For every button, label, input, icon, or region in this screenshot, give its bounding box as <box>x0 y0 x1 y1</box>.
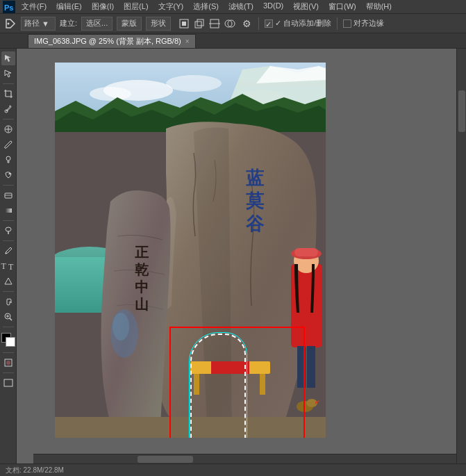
build-label: 建立: <box>60 18 77 28</box>
healing-brush-tool[interactable] <box>1 122 15 136</box>
foreground-background-color[interactable] <box>1 333 15 347</box>
tool-separator <box>3 83 14 84</box>
tool-preset-icon[interactable] <box>4 17 17 30</box>
menu-layer[interactable]: 图层(L) <box>122 1 150 12</box>
vertical-scrollbar[interactable] <box>456 49 466 463</box>
eyedropper-tool[interactable] <box>1 102 15 116</box>
gradient-tool[interactable] <box>1 204 15 218</box>
brush-tool[interactable] <box>1 138 15 151</box>
v-scrollbar-thumb[interactable] <box>458 90 465 132</box>
horizontal-scrollbar[interactable] <box>33 454 466 463</box>
menu-edit[interactable]: 编辑(E) <box>54 1 84 12</box>
separator2 <box>337 17 338 30</box>
toolbox: T T <box>0 49 17 476</box>
quick-mask-tool[interactable] <box>1 356 15 370</box>
svg-line-24 <box>10 318 12 320</box>
status-bar: 文档: 22.8M/22.8M <box>0 463 466 476</box>
gear-icon[interactable]: ⚙ <box>240 17 253 30</box>
tool-separator9 <box>3 372 14 373</box>
photo-canvas: 正 乾 中 山 蓝 莫 谷 <box>55 63 326 438</box>
subtract-paths-icon[interactable] <box>208 17 221 30</box>
region-button[interactable]: 选区... <box>81 17 113 31</box>
eraser-tool[interactable] <box>1 188 15 202</box>
pen-tool[interactable] <box>1 244 15 258</box>
main-layout: T T <box>0 49 466 476</box>
menu-text[interactable]: 文字(Y) <box>156 1 186 12</box>
svg-rect-53 <box>260 374 265 395</box>
history-brush-tool[interactable] <box>1 168 15 182</box>
tool-mode-dropdown[interactable]: 路径 ▼ <box>21 17 56 31</box>
tool-separator5 <box>3 240 14 241</box>
auto-add-option[interactable]: ✓ ✓ 自动添加/删除 <box>265 18 331 28</box>
app-logo: Ps <box>3 1 15 13</box>
dodge-tool[interactable] <box>1 224 15 238</box>
intersect-paths-icon[interactable] <box>224 17 236 30</box>
svg-text:Ps: Ps <box>4 3 13 12</box>
menu-file[interactable]: 文件(F) <box>19 1 49 12</box>
clone-stamp-tool[interactable] <box>1 153 15 167</box>
svg-text:乾: 乾 <box>135 262 149 277</box>
shape-button[interactable]: 形状 <box>146 17 171 31</box>
path-ops <box>178 17 236 30</box>
svg-rect-60 <box>297 346 306 388</box>
scene-svg: 正 乾 中 山 蓝 莫 谷 <box>55 63 326 438</box>
svg-text:中: 中 <box>135 279 149 295</box>
screen-mode-tool[interactable] <box>1 376 15 390</box>
svg-text:T: T <box>8 262 14 271</box>
h-scrollbar-thumb[interactable] <box>138 456 193 463</box>
menu-3d[interactable]: 3D(D) <box>261 1 285 12</box>
svg-text:山: 山 <box>135 297 149 312</box>
svg-point-33 <box>166 75 222 92</box>
menu-bar: Ps 文件(F) 编辑(E) 图像(I) 图层(L) 文字(Y) 选择(S) 滤… <box>0 0 466 14</box>
tool-separator8 <box>3 352 14 353</box>
menu-window[interactable]: 窗口(W) <box>326 1 358 12</box>
tool-separator3 <box>3 185 14 186</box>
path-select-tool[interactable] <box>1 274 15 288</box>
svg-point-19 <box>6 227 11 231</box>
menu-view[interactable]: 视图(V) <box>291 1 321 12</box>
text-tool[interactable]: T T <box>1 259 15 273</box>
tab-bar: IMG_0638.JPG @ 25% (背景 副本, RGB/8) × <box>0 33 466 49</box>
menu-image[interactable]: 图像(I) <box>90 1 116 12</box>
menu-select[interactable]: 选择(S) <box>191 1 221 12</box>
mask-button[interactable]: 蒙版 <box>117 17 142 31</box>
svg-point-21 <box>5 253 6 254</box>
menu-help[interactable]: 帮助(H) <box>364 1 394 12</box>
svg-text:正: 正 <box>135 245 149 260</box>
svg-rect-52 <box>194 374 199 395</box>
svg-rect-61 <box>307 346 315 388</box>
background-color[interactable] <box>6 337 15 347</box>
svg-text:谷: 谷 <box>245 214 265 234</box>
crop-tool[interactable] <box>1 87 15 101</box>
combine-paths-icon[interactable] <box>193 17 206 30</box>
svg-text:莫: 莫 <box>246 191 265 211</box>
svg-rect-59 <box>294 248 318 256</box>
svg-rect-4 <box>182 22 186 26</box>
svg-rect-5 <box>195 22 201 28</box>
tab-filename: IMG_0638.JPG @ 25% (背景 副本, RGB/8) <box>34 36 181 47</box>
new-path-icon[interactable] <box>178 17 190 30</box>
tool-separator7 <box>3 327 14 327</box>
align-edges-option[interactable]: 对齐边缘 <box>343 18 384 28</box>
tool-separator2 <box>3 119 14 120</box>
svg-rect-18 <box>5 208 12 213</box>
options-bar: 路径 ▼ 建立: 选区... 蒙版 形状 ⚙ ✓ ✓ 自动添加/删除 对齐边缘 <box>0 14 466 33</box>
selection-tool[interactable] <box>1 51 15 65</box>
svg-point-15 <box>6 156 10 161</box>
document-tab[interactable]: IMG_0638.JPG @ 25% (背景 副本, RGB/8) × <box>28 34 196 48</box>
zoom-tool[interactable] <box>1 310 15 324</box>
menu-filter[interactable]: 滤镜(T) <box>226 1 256 12</box>
status-info: 文档: 22.8M/22.8M <box>6 466 64 475</box>
tool-separator6 <box>3 291 14 292</box>
canvas-area[interactable]: 正 乾 中 山 蓝 莫 谷 <box>17 49 466 476</box>
tab-close-button[interactable]: × <box>185 38 190 45</box>
svg-point-28 <box>6 361 10 365</box>
svg-text:蓝: 蓝 <box>246 168 265 188</box>
svg-rect-29 <box>4 379 13 386</box>
svg-point-32 <box>90 87 131 101</box>
direct-select-tool[interactable] <box>1 67 15 81</box>
tool-separator4 <box>3 220 14 221</box>
svg-rect-16 <box>5 193 12 198</box>
svg-rect-6 <box>197 19 203 26</box>
hand-tool[interactable] <box>1 295 15 309</box>
